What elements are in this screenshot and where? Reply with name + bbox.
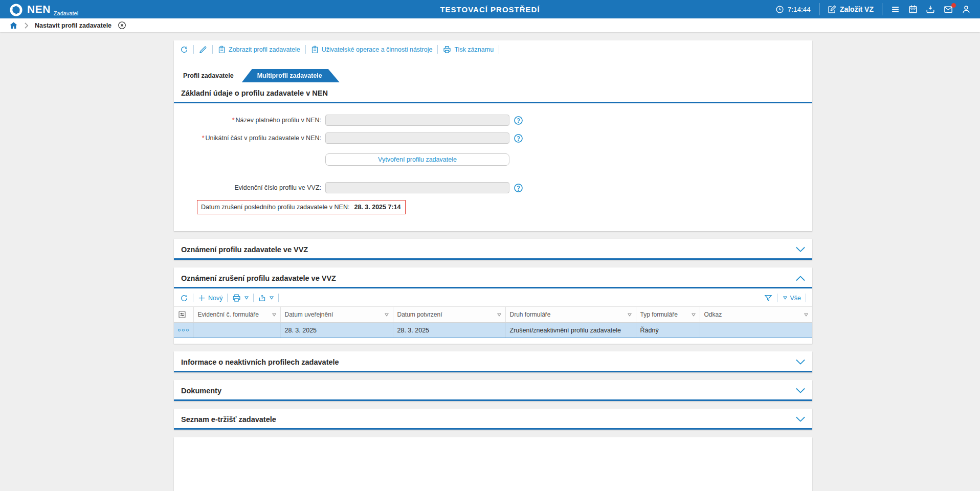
filter-triangle-icon[interactable] [272, 313, 276, 317]
grid-filter-button[interactable] [764, 294, 772, 302]
printer-icon [443, 46, 451, 54]
header-typ-formulare[interactable]: Typ formuláře [636, 307, 700, 323]
cancel-date-row: Datum zrušení posledního profilu zadavat… [174, 200, 812, 214]
user-operations-label: Uživatelské operace a činnosti nástroje [322, 46, 433, 53]
clipboard-icon [218, 46, 226, 54]
basic-section-header: Základní údaje o profilu zadavatele v NE… [174, 82, 812, 103]
field-row-unikatni: *Unikátní část v profilu zadavatele v NE… [174, 132, 812, 144]
edit-record-button[interactable] [199, 46, 207, 54]
close-tab-icon[interactable] [118, 21, 126, 30]
required-mark: * [232, 117, 235, 124]
filter-triangle-icon[interactable] [385, 313, 389, 317]
user-operations-button[interactable]: Uživatelské operace a činnosti nástroje [311, 46, 433, 54]
refresh-button[interactable] [180, 46, 188, 54]
header-datum-potvrzeni[interactable]: Datum potvrzení [393, 307, 505, 323]
view-profile-label: Zobrazit profil zadavatele [229, 46, 300, 53]
grid-toolbar: Nový [174, 288, 812, 306]
vvz-cancel-notice-header[interactable]: Oznámení zrušení profilu zadavatele ve V… [174, 267, 812, 288]
chevron-down-icon[interactable] [796, 388, 805, 394]
nen-logo-icon [9, 3, 23, 17]
cell-odkaz [700, 323, 812, 338]
filter-triangle-icon[interactable] [628, 313, 632, 317]
emarkets-header[interactable]: Seznam e-tržišť zadavatele [174, 409, 812, 430]
grid-print-button[interactable] [232, 294, 249, 302]
toolbar-divider [193, 294, 193, 302]
filter-triangle-icon[interactable] [804, 313, 808, 317]
row-menu-icon[interactable] [178, 329, 189, 331]
toolbar-divider [227, 294, 228, 302]
chevron-right-icon [24, 23, 29, 29]
profile-panel: Zobrazit profil zadavatele Uživatelské o… [174, 40, 812, 231]
export-icon [258, 294, 266, 302]
emarkets-panel: Seznam e-tržišť zadavatele [174, 409, 812, 430]
chevron-down-icon[interactable] [796, 416, 805, 422]
cancel-date-label: Datum zrušení posledního profilu zadavat… [201, 204, 349, 211]
main-content: Zobrazit profil zadavatele Uživatelské o… [174, 40, 812, 491]
hamburger-icon [890, 5, 900, 14]
table-row[interactable]: 28. 3. 2025 28. 3. 2025 Zrušení/zneaktiv… [174, 323, 812, 338]
column-chooser-header[interactable] [174, 307, 193, 323]
profile-form: *Název platného profilu v NEN: *Unikátní… [174, 103, 812, 231]
grid-filter-all-button[interactable]: Vše [782, 295, 801, 302]
print-record-button[interactable]: Tisk záznamu [443, 46, 494, 54]
cell-druh-formulare: Zrušení/zneaktivnění profilu zadavatele [505, 323, 636, 338]
toolbar-divider [806, 294, 806, 302]
basic-section-title: Základní údaje o profilu zadavatele v NE… [181, 89, 328, 97]
vvz-notice-panel: Oznámení profilu zadavatele ve VVZ [174, 239, 812, 260]
home-icon[interactable] [9, 21, 18, 30]
required-mark: * [202, 135, 205, 142]
inactive-profiles-header[interactable]: Informace o neaktivních profilech zadava… [174, 351, 812, 372]
calendar-button[interactable] [908, 5, 918, 14]
filter-triangle-icon[interactable] [692, 313, 696, 317]
unikatni-input[interactable] [325, 132, 509, 144]
tab-profil-zadavatele[interactable]: Profil zadavatele [180, 69, 242, 82]
grid-refresh-button[interactable] [180, 294, 188, 302]
vvz-cancel-notice-title: Oznámení zrušení profilu zadavatele ve V… [181, 274, 336, 282]
refresh-icon [180, 294, 188, 302]
filter-triangle-icon[interactable] [497, 313, 501, 317]
evidencni-input[interactable] [325, 182, 509, 193]
create-profile-button[interactable]: Vytvoření profilu zadavatele [325, 153, 509, 166]
help-icon[interactable] [514, 133, 523, 143]
profile-tabs: Profil zadavatele Multiprofil zadavatele [174, 68, 812, 82]
emarkets-title: Seznam e-tržišť zadavatele [181, 415, 276, 423]
toolbar-divider [253, 294, 254, 302]
unikatni-label: *Unikátní část v profilu zadavatele v NE… [174, 135, 321, 142]
grid-new-button[interactable]: Nový [198, 294, 222, 302]
header-evidencni-c-formulare[interactable]: Evidenční č. formuláře [193, 307, 280, 323]
field-row-evidencni: Evidenční číslo profilu ve VVZ: [174, 182, 812, 193]
create-tender-button[interactable]: Založit VZ [828, 5, 874, 14]
toolbar-divider [777, 294, 777, 302]
top-bar: NEN Zadavatel TESTOVACÍ PROSTŘEDÍ 7:14:4… [0, 0, 980, 18]
menu-button[interactable] [890, 5, 900, 14]
logo-subtitle: Zadavatel [54, 10, 78, 16]
help-icon[interactable] [514, 183, 523, 193]
edit-square-icon [828, 5, 836, 14]
tab-multiprofil-zadavatele[interactable]: Multiprofil zadavatele [242, 69, 340, 82]
header-datum-uverejneni[interactable]: Datum uveřejnění [280, 307, 393, 323]
header-druh-formulare[interactable]: Druh formuláře [505, 307, 636, 323]
chevron-down-icon[interactable] [796, 359, 805, 365]
create-tender-label: Založit VZ [840, 5, 874, 13]
documents-panel: Dokumenty [174, 380, 812, 401]
messages-button[interactable] [943, 5, 953, 14]
breadcrumb-item[interactable]: Nastavit profil zadavatele [35, 22, 112, 29]
help-icon[interactable] [514, 116, 523, 125]
toolbar-divider [305, 45, 306, 54]
vvz-notice-header[interactable]: Oznámení profilu zadavatele ve VVZ [174, 239, 812, 260]
row-menu-cell[interactable] [174, 323, 193, 338]
cell-typ-formulare: Řádný [636, 323, 700, 338]
nen-logo[interactable]: NEN Zadavatel [9, 2, 78, 17]
downloads-button[interactable] [926, 5, 935, 14]
grid-new-label: Nový [208, 295, 222, 302]
clipboard-icon [311, 46, 319, 54]
user-profile-button[interactable] [962, 5, 971, 14]
grid-export-button[interactable] [258, 294, 274, 302]
table-bottom-padding [174, 338, 812, 344]
header-odkaz[interactable]: Odkaz [700, 307, 812, 323]
chevron-up-icon[interactable] [796, 275, 805, 281]
nazev-input[interactable] [325, 115, 509, 126]
view-profile-button[interactable]: Zobrazit profil zadavatele [218, 46, 300, 54]
documents-header[interactable]: Dokumenty [174, 380, 812, 401]
chevron-down-icon[interactable] [796, 247, 805, 253]
